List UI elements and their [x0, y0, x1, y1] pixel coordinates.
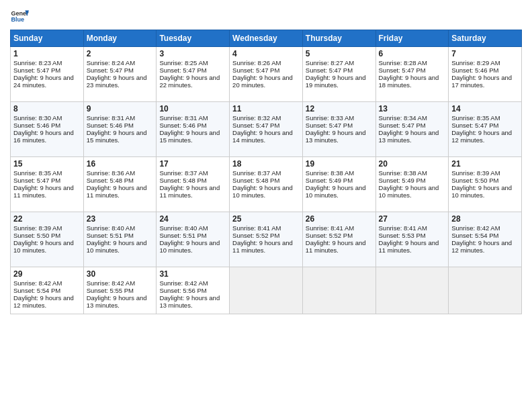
col-header-friday: Friday: [375, 30, 449, 47]
sunrise-label: Sunrise: 8:24 AM: [87, 59, 135, 66]
sunrise-label: Sunrise: 8:37 AM: [159, 169, 208, 177]
daylight-label: Daylight: 9 hours and 13 minutes.: [87, 294, 147, 309]
sunset-label: Sunset: 5:52 PM: [232, 232, 279, 239]
day-number: 6: [379, 49, 446, 58]
daylight-label: Daylight: 9 hours and 18 minutes.: [379, 74, 439, 89]
daylight-label: Daylight: 9 hours and 11 minutes.: [379, 239, 439, 254]
logo: General Blue: [10, 7, 29, 26]
day-number: 11: [232, 104, 300, 113]
day-number: 14: [451, 104, 519, 113]
sunset-label: Sunset: 5:47 PM: [451, 122, 498, 129]
day-number: 19: [306, 159, 373, 169]
sunset-label: Sunset: 5:49 PM: [306, 177, 353, 184]
daylight-label: Daylight: 9 hours and 22 minutes.: [159, 74, 220, 89]
sunset-label: Sunset: 5:47 PM: [232, 66, 279, 74]
daylight-label: Daylight: 9 hours and 14 minutes.: [232, 129, 293, 144]
calendar-header-row: SundayMondayTuesdayWednesdayThursdayFrid…: [11, 30, 522, 47]
sunset-label: Sunset: 5:51 PM: [159, 232, 206, 239]
calendar-cell: 19Sunrise: 8:38 AMSunset: 5:49 PMDayligh…: [302, 157, 375, 212]
calendar-cell: 13Sunrise: 8:34 AMSunset: 5:47 PMDayligh…: [375, 102, 449, 157]
daylight-label: Daylight: 9 hours and 10 minutes.: [87, 239, 147, 254]
calendar-table: SundayMondayTuesdayWednesdayThursdayFrid…: [10, 30, 522, 314]
sunset-label: Sunset: 5:48 PM: [232, 177, 279, 184]
calendar-week-4: 22Sunrise: 8:39 AMSunset: 5:50 PMDayligh…: [11, 212, 522, 267]
sunrise-label: Sunrise: 8:35 AM: [13, 169, 62, 177]
calendar-cell: 29Sunrise: 8:42 AMSunset: 5:54 PMDayligh…: [11, 267, 84, 314]
daylight-label: Daylight: 9 hours and 10 minutes.: [306, 184, 366, 199]
daylight-label: Daylight: 9 hours and 10 minutes.: [13, 239, 74, 254]
sunrise-label: Sunrise: 8:32 AM: [232, 114, 281, 122]
daylight-label: Daylight: 9 hours and 11 minutes.: [306, 239, 366, 254]
day-number: 12: [306, 104, 373, 113]
calendar-cell: 18Sunrise: 8:37 AMSunset: 5:48 PMDayligh…: [230, 157, 303, 212]
sunrise-label: Sunrise: 8:36 AM: [87, 169, 135, 177]
day-number: 18: [232, 159, 300, 169]
day-number: 15: [13, 159, 81, 169]
day-number: 13: [379, 104, 446, 113]
day-number: 22: [13, 214, 81, 224]
day-number: 20: [379, 159, 446, 169]
calendar-cell: 24Sunrise: 8:40 AMSunset: 5:51 PMDayligh…: [157, 212, 230, 267]
daylight-label: Daylight: 9 hours and 15 minutes.: [87, 129, 147, 144]
sunset-label: Sunset: 5:50 PM: [13, 232, 60, 239]
calendar-cell: [375, 267, 449, 314]
sunrise-label: Sunrise: 8:25 AM: [159, 59, 208, 66]
day-number: 7: [451, 49, 519, 58]
calendar-week-2: 8Sunrise: 8:30 AMSunset: 5:46 PMDaylight…: [11, 102, 522, 157]
sunset-label: Sunset: 5:47 PM: [379, 122, 426, 129]
sunrise-label: Sunrise: 8:41 AM: [232, 224, 281, 232]
daylight-label: Daylight: 9 hours and 15 minutes.: [159, 129, 220, 144]
sunrise-label: Sunrise: 8:28 AM: [379, 59, 427, 66]
calendar-cell: 30Sunrise: 8:42 AMSunset: 5:55 PMDayligh…: [83, 267, 157, 314]
sunset-label: Sunset: 5:48 PM: [159, 177, 206, 184]
daylight-label: Daylight: 9 hours and 10 minutes.: [379, 184, 439, 199]
day-number: 31: [159, 269, 226, 279]
daylight-label: Daylight: 9 hours and 11 minutes.: [232, 239, 293, 254]
daylight-label: Daylight: 9 hours and 11 minutes.: [87, 184, 147, 199]
calendar-cell: 4Sunrise: 8:26 AMSunset: 5:47 PMDaylight…: [230, 47, 303, 102]
sunset-label: Sunset: 5:47 PM: [13, 177, 60, 184]
calendar-cell: 5Sunrise: 8:27 AMSunset: 5:47 PMDaylight…: [302, 47, 375, 102]
sunrise-label: Sunrise: 8:31 AM: [87, 114, 135, 122]
calendar-cell: 22Sunrise: 8:39 AMSunset: 5:50 PMDayligh…: [11, 212, 84, 267]
sunrise-label: Sunrise: 8:39 AM: [451, 169, 500, 177]
sunrise-label: Sunrise: 8:29 AM: [451, 59, 500, 66]
sunset-label: Sunset: 5:54 PM: [13, 287, 60, 294]
calendar-cell: 25Sunrise: 8:41 AMSunset: 5:52 PMDayligh…: [230, 212, 303, 267]
daylight-label: Daylight: 9 hours and 16 minutes.: [13, 129, 74, 144]
sunset-label: Sunset: 5:47 PM: [87, 66, 134, 74]
sunrise-label: Sunrise: 8:26 AM: [232, 59, 281, 66]
day-number: 8: [13, 104, 81, 113]
daylight-label: Daylight: 9 hours and 23 minutes.: [87, 74, 147, 89]
sunset-label: Sunset: 5:47 PM: [379, 66, 426, 74]
sunset-label: Sunset: 5:52 PM: [306, 232, 353, 239]
sunrise-label: Sunrise: 8:37 AM: [232, 169, 281, 177]
daylight-label: Daylight: 9 hours and 10 minutes.: [232, 184, 293, 199]
calendar-cell: [230, 267, 303, 314]
daylight-label: Daylight: 9 hours and 13 minutes.: [379, 129, 439, 144]
day-number: 24: [159, 214, 226, 224]
day-number: 21: [451, 159, 519, 169]
calendar-cell: 7Sunrise: 8:29 AMSunset: 5:46 PMDaylight…: [449, 47, 522, 102]
sunrise-label: Sunrise: 8:41 AM: [379, 224, 427, 232]
sunset-label: Sunset: 5:54 PM: [451, 232, 498, 239]
calendar-cell: 15Sunrise: 8:35 AMSunset: 5:47 PMDayligh…: [11, 157, 84, 212]
sunset-label: Sunset: 5:53 PM: [379, 232, 426, 239]
sunset-label: Sunset: 5:47 PM: [13, 66, 60, 74]
sunset-label: Sunset: 5:48 PM: [87, 177, 134, 184]
sunrise-label: Sunrise: 8:30 AM: [13, 114, 62, 122]
day-number: 16: [87, 159, 154, 169]
day-number: 3: [159, 49, 226, 58]
day-number: 27: [379, 214, 446, 224]
col-header-thursday: Thursday: [302, 30, 375, 47]
logo-icon: General Blue: [10, 7, 29, 26]
sunset-label: Sunset: 5:46 PM: [87, 122, 134, 129]
calendar-cell: 10Sunrise: 8:31 AMSunset: 5:46 PMDayligh…: [157, 102, 230, 157]
svg-text:Blue: Blue: [11, 16, 24, 23]
daylight-label: Daylight: 9 hours and 13 minutes.: [306, 129, 366, 144]
calendar-cell: 9Sunrise: 8:31 AMSunset: 5:46 PMDaylight…: [83, 102, 157, 157]
day-number: 10: [159, 104, 226, 113]
sunrise-label: Sunrise: 8:42 AM: [451, 224, 500, 232]
calendar-cell: 8Sunrise: 8:30 AMSunset: 5:46 PMDaylight…: [11, 102, 84, 157]
sunrise-label: Sunrise: 8:41 AM: [306, 224, 354, 232]
